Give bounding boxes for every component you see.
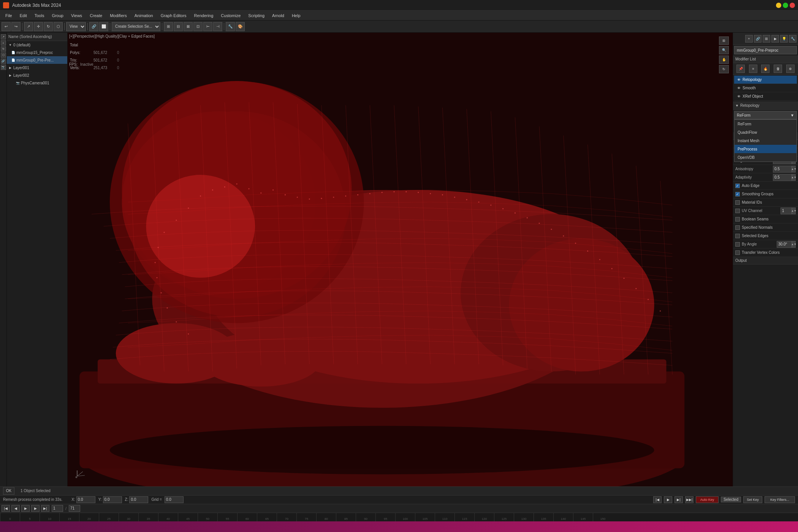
checkbox-boolean-seams[interactable]: Boolean Seams xyxy=(733,215,798,223)
modifier-xref-object[interactable]: 👁 XRef Object xyxy=(734,92,797,101)
by-angle-checkbox[interactable] xyxy=(735,242,740,247)
key-filters-button[interactable]: Key Filters... xyxy=(765,496,795,503)
retopo-option-openvdb[interactable]: OpenVDB xyxy=(735,153,796,162)
checkbox-selected-edges[interactable]: Selected Edges xyxy=(733,232,798,240)
minimize-button[interactable] xyxy=(776,3,781,8)
transfer-vertex-colors-checkbox[interactable] xyxy=(735,250,740,255)
menu-graph-editors[interactable]: Graph Editors xyxy=(157,13,190,19)
selection-set-dropdown[interactable]: Create Selection Se... xyxy=(112,22,160,31)
toolbar-scale[interactable]: ⬡ xyxy=(54,22,63,31)
checkbox-transfer-vertex-colors[interactable]: Transfer Vertex Colors xyxy=(733,249,798,257)
nav-zoom[interactable]: 🔍 xyxy=(719,46,729,54)
rp-btn-link[interactable]: 🔗 xyxy=(754,35,762,43)
toolbar-rotate[interactable]: ↻ xyxy=(44,22,53,31)
checkbox-material-ids[interactable]: Material IDs xyxy=(733,198,798,207)
set-key-button[interactable]: Set Key xyxy=(743,496,762,503)
uv-channel-checkbox[interactable] xyxy=(735,209,740,213)
nav-orbit[interactable]: ↻ xyxy=(719,65,729,73)
by-angle-value[interactable]: 30.0° xyxy=(777,241,792,248)
menu-create[interactable]: Create xyxy=(86,13,106,19)
scene-item-3[interactable]: ▶ Layer001 xyxy=(7,64,67,71)
uv-channel-spinner[interactable]: ▲▼ xyxy=(792,207,796,214)
scene-item-4[interactable]: ▶ Layer002 xyxy=(7,71,67,79)
auto-key-button[interactable]: Auto Key xyxy=(696,496,719,503)
scene-item-0[interactable]: ▼ 0 (default) xyxy=(7,41,67,49)
toolbar-spacing[interactable]: ⊢ xyxy=(203,22,212,31)
timeline-play-btn[interactable]: ▶ xyxy=(21,505,30,512)
rp-btn-hierarchy[interactable]: ⊞ xyxy=(763,35,770,43)
timeline-current-frame[interactable]: 1 xyxy=(52,505,63,512)
timeline-end-btn[interactable]: ▶| xyxy=(41,505,49,512)
scene-item-5[interactable]: 📷 PhysCamera001 xyxy=(7,79,67,87)
toolbar-redo[interactable]: ↪ xyxy=(11,22,21,31)
modifier-list-icon[interactable]: ≡ xyxy=(749,65,757,73)
checkbox-smoothing-groups[interactable]: ✓ Smoothing Groups xyxy=(733,190,798,198)
anisotropy-spinner[interactable]: ▲▼ xyxy=(792,166,796,173)
coord-grid-value[interactable]: 0.0 xyxy=(165,496,184,503)
rp-btn-create[interactable]: + xyxy=(745,35,753,43)
auto-edge-checkbox[interactable]: ✓ xyxy=(735,184,740,188)
toolbar-array[interactable]: ⊟ xyxy=(174,22,183,31)
timeline-start-btn[interactable]: |◀ xyxy=(2,505,10,512)
checkbox-auto-edge[interactable]: ✓ Auto Edge xyxy=(733,182,798,190)
toolbar-select[interactable]: ↗ xyxy=(24,22,33,31)
left-tool-scale[interactable]: ⬡ xyxy=(1,52,6,58)
coord-x-value[interactable]: 0.0 xyxy=(76,496,95,503)
menu-tools[interactable]: Tools xyxy=(31,13,48,19)
toolbar-undo[interactable]: ↩ xyxy=(2,22,11,31)
modifier-retopology[interactable]: 👁 Retopology xyxy=(734,76,797,84)
modifier-trash-icon[interactable]: 🗑 xyxy=(774,65,782,73)
coord-z-value[interactable]: 0.0 xyxy=(129,496,148,503)
menu-arnold[interactable]: Arnold xyxy=(268,13,288,19)
adaptivity-value[interactable]: 0.5 xyxy=(773,174,792,181)
ok-button[interactable]: OK xyxy=(3,487,14,495)
anisotropy-value[interactable]: 0.5 xyxy=(773,166,792,173)
retopo-dropdown-button[interactable]: ReForm ▼ xyxy=(734,111,797,119)
menu-customize[interactable]: Customize xyxy=(217,13,244,19)
material-ids-checkbox[interactable] xyxy=(735,200,740,205)
viewport[interactable]: [+][Perspective][High Quality][Clay + Ed… xyxy=(68,33,733,486)
toolbar-move[interactable]: ✛ xyxy=(34,22,43,31)
nav-zoom-extents[interactable]: ⊞ xyxy=(719,36,729,45)
scene-item-2[interactable]: 📄 mmGroup0_Pre-Pre... xyxy=(7,56,67,64)
modifier-xref-eye-icon[interactable]: 👁 xyxy=(736,94,741,99)
timeline-total-frames[interactable]: 71 xyxy=(69,505,80,512)
menu-help[interactable]: Help xyxy=(288,13,304,19)
adaptivity-spinner[interactable]: ▲▼ xyxy=(792,174,796,181)
modifier-eye-icon[interactable]: 👁 xyxy=(736,78,741,82)
retopo-option-reform[interactable]: ReForm xyxy=(735,120,796,128)
by-angle-spinner[interactable]: ▲▼ xyxy=(792,241,796,248)
selected-edges-checkbox[interactable] xyxy=(735,234,740,238)
menu-group[interactable]: Group xyxy=(48,13,67,19)
modifier-pin-icon[interactable]: 📌 xyxy=(736,65,745,73)
toolbar-clone[interactable]: ⊣ xyxy=(213,22,222,31)
modifier-copy-icon[interactable]: ⊕ xyxy=(786,65,795,73)
toolbar-render[interactable]: 🔧 xyxy=(226,22,235,31)
playback-next-frame[interactable]: ▶| xyxy=(674,496,683,503)
modifier-smooth[interactable]: 👁 Smooth xyxy=(734,84,797,92)
left-tool-select[interactable]: ↗ xyxy=(1,34,6,40)
toolbar-magnet[interactable]: 🔗 xyxy=(89,22,98,31)
timeline-prev-btn[interactable]: ◀ xyxy=(11,505,20,512)
modifier-flame-icon[interactable]: 🔥 xyxy=(761,65,770,73)
nav-pan[interactable]: ✋ xyxy=(719,55,729,64)
menu-edit[interactable]: Edit xyxy=(16,13,31,19)
view-mode-dropdown[interactable]: View xyxy=(66,22,86,31)
maximize-button[interactable] xyxy=(783,3,788,8)
timeline-scrubber[interactable]: 0 5 10 15 20 25 30 35 40 45 50 55 60 65 … xyxy=(0,513,798,521)
toolbar-align[interactable]: ⊞ xyxy=(164,22,173,31)
playback-prev-frame[interactable]: |◀ xyxy=(653,496,662,503)
retopo-option-preprocess[interactable]: PreProcess xyxy=(735,145,796,153)
left-tool-rotate[interactable]: ↻ xyxy=(1,46,6,52)
playback-play[interactable]: ▶ xyxy=(664,496,672,503)
left-tool-move[interactable]: + xyxy=(1,40,6,46)
toolbar-scatter[interactable]: ⊡ xyxy=(193,22,203,31)
scene-item-1[interactable]: 📄 mmGroup15_Preproc xyxy=(7,49,67,56)
menu-scripting[interactable]: Scripting xyxy=(244,13,268,19)
left-tool-camera[interactable]: 📷 xyxy=(1,65,6,70)
left-tool-link[interactable]: 🔗 xyxy=(1,59,6,64)
toolbar-mirror2[interactable]: ⊠ xyxy=(184,22,193,31)
retopo-option-quadriflow[interactable]: QuadriFlow xyxy=(735,128,796,136)
rp-btn-display[interactable]: 💡 xyxy=(780,35,788,43)
timeline-next-btn[interactable]: ▶ xyxy=(31,505,40,512)
